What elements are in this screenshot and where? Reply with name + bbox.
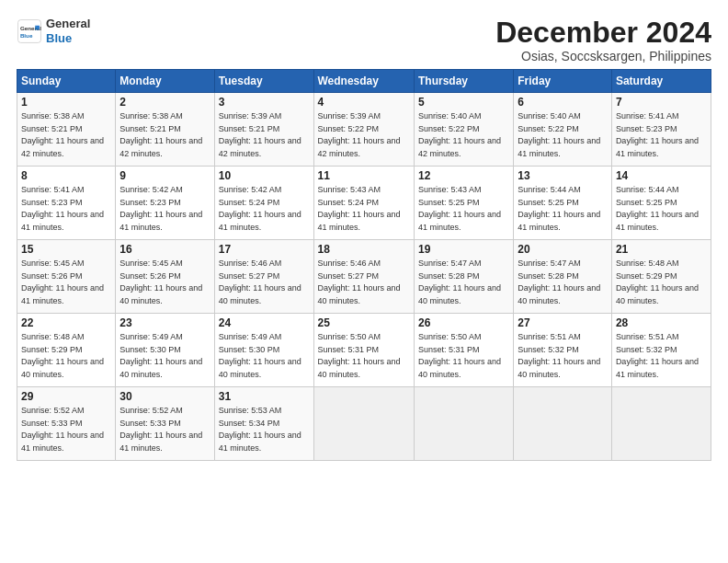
calendar-day-cell: 2 Sunrise: 5:38 AM Sunset: 5:21 PM Dayli… (116, 93, 214, 167)
calendar-day-cell (313, 387, 414, 461)
day-number: 20 (518, 243, 608, 256)
day-number: 27 (518, 316, 608, 329)
day-number: 10 (219, 169, 310, 182)
main-title: December 2024 (495, 17, 711, 49)
day-number: 1 (21, 96, 111, 109)
day-of-week-header: Thursday (414, 70, 513, 93)
day-info: Sunrise: 5:42 AM Sunset: 5:24 PM Dayligh… (219, 184, 310, 234)
day-info: Sunrise: 5:42 AM Sunset: 5:23 PM Dayligh… (119, 184, 210, 234)
day-of-week-header: Friday (514, 70, 612, 93)
calendar-day-cell: 20 Sunrise: 5:47 AM Sunset: 5:28 PM Dayl… (514, 240, 612, 314)
day-info: Sunrise: 5:45 AM Sunset: 5:26 PM Dayligh… (119, 258, 210, 307)
day-info: Sunrise: 5:45 AM Sunset: 5:26 PM Dayligh… (21, 258, 111, 307)
day-info: Sunrise: 5:38 AM Sunset: 5:21 PM Dayligh… (119, 110, 210, 160)
calendar-day-cell: 25 Sunrise: 5:50 AM Sunset: 5:31 PM Dayl… (313, 314, 414, 387)
calendar-day-cell: 13 Sunrise: 5:44 AM Sunset: 5:25 PM Dayl… (514, 167, 612, 240)
day-info: Sunrise: 5:53 AM Sunset: 5:34 PM Dayligh… (219, 405, 310, 454)
day-info: Sunrise: 5:41 AM Sunset: 5:23 PM Dayligh… (616, 110, 707, 160)
day-of-week-header: Tuesday (214, 70, 313, 93)
day-info: Sunrise: 5:49 AM Sunset: 5:30 PM Dayligh… (119, 331, 210, 381)
calendar-day-cell: 15 Sunrise: 5:45 AM Sunset: 5:26 PM Dayl… (17, 240, 116, 314)
title-block: December 2024 Osias, Soccsksargen, Phili… (495, 17, 711, 63)
calendar-day-cell: 31 Sunrise: 5:53 AM Sunset: 5:34 PM Dayl… (214, 387, 313, 461)
calendar-day-cell: 5 Sunrise: 5:40 AM Sunset: 5:22 PM Dayli… (414, 93, 513, 167)
calendar-day-cell: 9 Sunrise: 5:42 AM Sunset: 5:23 PM Dayli… (116, 167, 214, 240)
calendar-day-cell: 10 Sunrise: 5:42 AM Sunset: 5:24 PM Dayl… (214, 167, 313, 240)
calendar-week-row: 8 Sunrise: 5:41 AM Sunset: 5:23 PM Dayli… (17, 167, 711, 240)
day-number: 17 (219, 243, 310, 256)
day-number: 16 (119, 243, 210, 256)
day-number: 19 (418, 243, 509, 256)
day-info: Sunrise: 5:46 AM Sunset: 5:27 PM Dayligh… (219, 258, 310, 307)
day-number: 12 (418, 169, 509, 182)
calendar-day-cell: 29 Sunrise: 5:52 AM Sunset: 5:33 PM Dayl… (17, 387, 116, 461)
day-number: 13 (518, 169, 608, 182)
calendar-day-cell (514, 387, 612, 461)
day-number: 23 (119, 316, 210, 329)
day-info: Sunrise: 5:38 AM Sunset: 5:21 PM Dayligh… (21, 110, 111, 160)
calendar-day-cell: 24 Sunrise: 5:49 AM Sunset: 5:30 PM Dayl… (214, 314, 313, 387)
day-of-week-header: Sunday (17, 70, 116, 93)
logo-icon: General Blue (17, 18, 42, 44)
calendar-day-cell: 19 Sunrise: 5:47 AM Sunset: 5:28 PM Dayl… (414, 240, 513, 314)
day-info: Sunrise: 5:48 AM Sunset: 5:29 PM Dayligh… (616, 258, 707, 307)
calendar-page: General Blue General Blue December 2024 … (0, 0, 728, 563)
subtitle: Osias, Soccsksargen, Philippines (495, 49, 711, 63)
calendar-day-cell: 8 Sunrise: 5:41 AM Sunset: 5:23 PM Dayli… (17, 167, 116, 240)
calendar-week-row: 1 Sunrise: 5:38 AM Sunset: 5:21 PM Dayli… (17, 93, 711, 167)
day-number: 30 (119, 390, 210, 403)
day-info: Sunrise: 5:39 AM Sunset: 5:22 PM Dayligh… (318, 110, 410, 160)
day-number: 14 (616, 169, 707, 182)
day-info: Sunrise: 5:40 AM Sunset: 5:22 PM Dayligh… (418, 110, 509, 160)
day-number: 28 (616, 316, 707, 329)
calendar-day-cell: 3 Sunrise: 5:39 AM Sunset: 5:21 PM Dayli… (214, 93, 313, 167)
calendar-day-cell: 16 Sunrise: 5:45 AM Sunset: 5:26 PM Dayl… (116, 240, 214, 314)
day-number: 29 (21, 390, 111, 403)
day-number: 18 (318, 243, 410, 256)
calendar-day-cell: 4 Sunrise: 5:39 AM Sunset: 5:22 PM Dayli… (313, 93, 414, 167)
day-info: Sunrise: 5:44 AM Sunset: 5:25 PM Dayligh… (616, 184, 707, 234)
day-number: 15 (21, 243, 111, 256)
day-info: Sunrise: 5:52 AM Sunset: 5:33 PM Dayligh… (21, 405, 111, 454)
day-info: Sunrise: 5:50 AM Sunset: 5:31 PM Dayligh… (418, 331, 509, 381)
day-info: Sunrise: 5:51 AM Sunset: 5:32 PM Dayligh… (616, 331, 707, 381)
calendar-day-cell: 23 Sunrise: 5:49 AM Sunset: 5:30 PM Dayl… (116, 314, 214, 387)
day-number: 5 (418, 96, 509, 109)
day-info: Sunrise: 5:40 AM Sunset: 5:22 PM Dayligh… (518, 110, 608, 160)
logo: General Blue General Blue (17, 17, 90, 45)
day-of-week-header: Wednesday (313, 70, 414, 93)
calendar-header-row: SundayMondayTuesdayWednesdayThursdayFrid… (17, 70, 711, 93)
day-info: Sunrise: 5:52 AM Sunset: 5:33 PM Dayligh… (119, 405, 210, 454)
day-number: 31 (219, 390, 310, 403)
calendar-day-cell: 18 Sunrise: 5:46 AM Sunset: 5:27 PM Dayl… (313, 240, 414, 314)
day-of-week-header: Monday (116, 70, 214, 93)
calendar-day-cell: 6 Sunrise: 5:40 AM Sunset: 5:22 PM Dayli… (514, 93, 612, 167)
calendar-week-row: 22 Sunrise: 5:48 AM Sunset: 5:29 PM Dayl… (17, 314, 711, 387)
day-number: 24 (219, 316, 310, 329)
calendar-day-cell (414, 387, 513, 461)
day-number: 22 (21, 316, 111, 329)
day-info: Sunrise: 5:47 AM Sunset: 5:28 PM Dayligh… (418, 258, 509, 307)
calendar-day-cell: 11 Sunrise: 5:43 AM Sunset: 5:24 PM Dayl… (313, 167, 414, 240)
day-info: Sunrise: 5:51 AM Sunset: 5:32 PM Dayligh… (518, 331, 608, 381)
calendar-day-cell: 30 Sunrise: 5:52 AM Sunset: 5:33 PM Dayl… (116, 387, 214, 461)
day-number: 2 (119, 96, 210, 109)
day-number: 4 (318, 96, 410, 109)
calendar-day-cell: 26 Sunrise: 5:50 AM Sunset: 5:31 PM Dayl… (414, 314, 513, 387)
calendar-week-row: 29 Sunrise: 5:52 AM Sunset: 5:33 PM Dayl… (17, 387, 711, 461)
calendar-day-cell: 12 Sunrise: 5:43 AM Sunset: 5:25 PM Dayl… (414, 167, 513, 240)
day-number: 6 (518, 96, 608, 109)
logo-text: General Blue (46, 17, 90, 45)
day-info: Sunrise: 5:43 AM Sunset: 5:24 PM Dayligh… (318, 184, 410, 234)
day-info: Sunrise: 5:41 AM Sunset: 5:23 PM Dayligh… (21, 184, 111, 234)
day-number: 11 (318, 169, 410, 182)
calendar-day-cell: 21 Sunrise: 5:48 AM Sunset: 5:29 PM Dayl… (611, 240, 711, 314)
day-number: 3 (219, 96, 310, 109)
calendar-table: SundayMondayTuesdayWednesdayThursdayFrid… (17, 69, 711, 461)
day-number: 26 (418, 316, 509, 329)
day-number: 9 (119, 169, 210, 182)
day-info: Sunrise: 5:47 AM Sunset: 5:28 PM Dayligh… (518, 258, 608, 307)
day-number: 7 (616, 96, 707, 109)
calendar-day-cell: 27 Sunrise: 5:51 AM Sunset: 5:32 PM Dayl… (514, 314, 612, 387)
calendar-day-cell: 28 Sunrise: 5:51 AM Sunset: 5:32 PM Dayl… (611, 314, 711, 387)
